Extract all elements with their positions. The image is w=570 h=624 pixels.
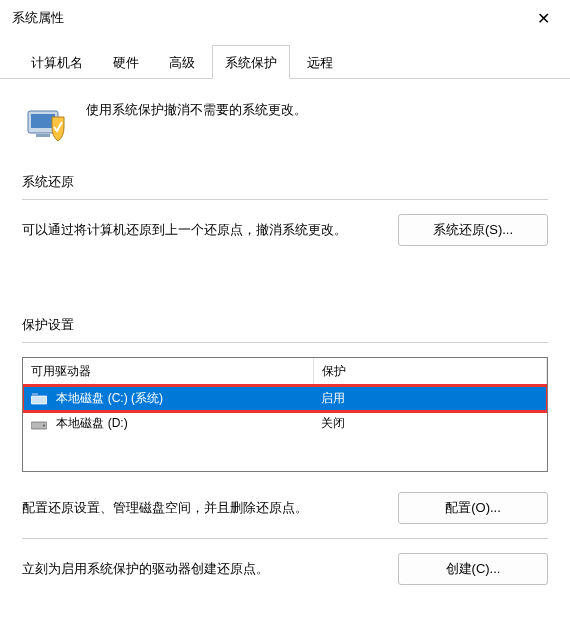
shield-icon (22, 97, 70, 145)
tab-remote[interactable]: 远程 (294, 45, 346, 79)
tab-system-protection[interactable]: 系统保护 (212, 45, 290, 79)
close-icon[interactable]: ✕ (529, 9, 558, 28)
tab-computer-name[interactable]: 计算机名 (18, 45, 96, 79)
drive-status: 关闭 (313, 411, 547, 436)
intro-text: 使用系统保护撤消不需要的系统更改。 (86, 97, 307, 119)
tab-advanced[interactable]: 高级 (156, 45, 208, 79)
tabstrip: 计算机名 硬件 高级 系统保护 远程 (0, 36, 570, 79)
drive-name: 本地磁盘 (D:) (56, 416, 127, 430)
column-header-status[interactable]: 保护 (313, 358, 547, 386)
configure-button[interactable]: 配置(O)... (398, 492, 548, 524)
drive-icon (31, 393, 47, 405)
svg-rect-4 (32, 393, 38, 396)
svg-rect-1 (31, 114, 55, 128)
tab-hardware[interactable]: 硬件 (100, 45, 152, 79)
section-title-protection: 保护设置 (22, 316, 548, 334)
svg-rect-3 (31, 396, 47, 404)
window-title: 系统属性 (12, 9, 64, 27)
system-restore-button[interactable]: 系统还原(S)... (398, 214, 548, 246)
drive-table: 可用驱动器 保护 本地磁盘 (C:) (系统) (22, 357, 548, 472)
restore-description: 可以通过将计算机还原到上一个还原点，撤消系统更改。 (22, 220, 378, 240)
divider (22, 199, 548, 200)
column-header-drive[interactable]: 可用驱动器 (23, 358, 313, 386)
table-row[interactable]: 本地磁盘 (C:) (系统) 启用 (23, 386, 547, 412)
table-row[interactable]: 本地磁盘 (D:) 关闭 (23, 411, 547, 436)
section-title-restore: 系统还原 (22, 173, 548, 191)
configure-description: 配置还原设置、管理磁盘空间，并且删除还原点。 (22, 498, 378, 518)
drive-icon (31, 418, 47, 430)
divider (22, 538, 548, 539)
drive-name: 本地磁盘 (C:) (系统) (56, 391, 163, 405)
divider (22, 342, 548, 343)
svg-point-6 (43, 424, 45, 426)
create-description: 立刻为启用系统保护的驱动器创建还原点。 (22, 559, 378, 579)
drive-status: 启用 (313, 386, 547, 412)
create-button[interactable]: 创建(C)... (398, 553, 548, 585)
svg-rect-2 (36, 134, 50, 137)
